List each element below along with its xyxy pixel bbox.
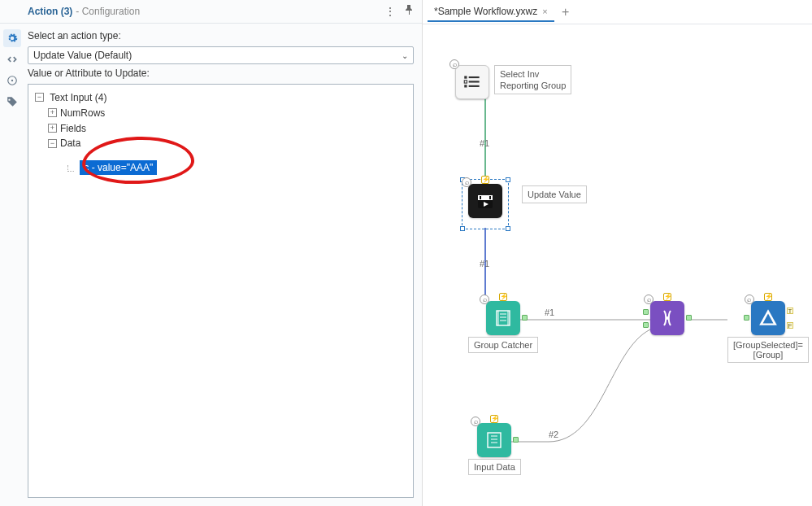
config-side-tabs <box>0 24 24 111</box>
join-tool-icon: ⌕ ⚡ <box>650 301 684 335</box>
tree-expander[interactable] <box>35 93 44 102</box>
panel-subtitle: - Configuration <box>76 6 140 17</box>
panel-header: Action (3) - Configuration ⋮ <box>0 0 422 24</box>
wire-label: #1 <box>545 308 554 317</box>
output-port[interactable] <box>513 437 519 443</box>
textinput-tool-icon: ⌕ ⚡ <box>477 423 511 457</box>
bolt-icon: ⚡ <box>663 293 671 301</box>
input-port-l[interactable] <box>643 309 649 315</box>
node-filter[interactable]: ⌕ ⚡ T F [GroupSelected]= [Group] <box>727 301 809 363</box>
action-tool-icon: ⌕ ⚡ <box>468 184 502 218</box>
configuration-panel: Action (3) - Configuration ⋮ <box>0 0 423 506</box>
magnifier-icon: ⌕ <box>480 294 489 304</box>
add-tab-button[interactable]: + <box>556 2 575 22</box>
action-type-value: Update Value (Default) <box>33 50 132 61</box>
node-group-catcher-label: Group Catcher <box>468 337 538 353</box>
tree-node-data[interactable]: Data <box>60 137 80 149</box>
false-port-badge[interactable]: F <box>787 322 793 329</box>
wire-label: #1 <box>480 259 489 268</box>
svg-rect-6 <box>464 76 467 78</box>
action-type-select[interactable]: Update Value (Default) ⌄ <box>28 46 414 64</box>
tag-icon[interactable] <box>3 93 21 111</box>
output-port[interactable] <box>686 315 692 321</box>
magnifier-icon: ⌕ <box>745 294 754 304</box>
node-input-data[interactable]: ⌕ ⚡ Input Data <box>468 423 521 475</box>
workflow-panel: *Sample Workflow.yxwz × + ⌕ <box>423 0 812 506</box>
bolt-icon: ⚡ <box>490 415 498 423</box>
workflow-canvas[interactable]: ⌕ Select Inv Reporting Group #1 <box>423 24 812 506</box>
pin-icon[interactable] <box>404 5 414 18</box>
listbox-tool-icon: ⌕ <box>455 65 489 99</box>
target-icon[interactable] <box>3 72 21 89</box>
svg-rect-7 <box>464 81 467 83</box>
magnifier-icon: ⌕ <box>471 417 480 426</box>
magnifier-icon: ⌕ <box>449 59 459 69</box>
svg-point-18 <box>666 316 669 320</box>
node-join[interactable]: ⌕ ⚡ <box>650 301 684 335</box>
filter-tool-icon: ⌕ ⚡ T F <box>751 301 785 335</box>
tree-expander[interactable] <box>48 124 57 133</box>
node-group-catcher[interactable]: ⌕ ⚡ Group Catcher <box>468 301 538 353</box>
attribute-tree[interactable]: Text Input (4) NumRows Fields Data c - v… <box>28 84 414 498</box>
tab-bar: *Sample Workflow.yxwz × + <box>423 0 812 24</box>
svg-rect-14 <box>480 196 481 199</box>
magnifier-icon: ⌕ <box>644 294 654 304</box>
node-input-data-label: Input Data <box>468 459 521 475</box>
chevron-down-icon: ⌄ <box>402 51 408 60</box>
tree-expander[interactable] <box>48 139 57 148</box>
bolt-icon: ⚡ <box>499 293 507 301</box>
output-port[interactable] <box>522 315 528 321</box>
svg-point-1 <box>11 80 13 81</box>
tree-node-fields[interactable]: Fields <box>60 122 86 133</box>
magnifier-icon: ⌕ <box>462 177 471 187</box>
tree-expander[interactable] <box>48 108 57 117</box>
panel-menu-icon[interactable]: ⋮ <box>384 5 396 18</box>
wire-label: #2 <box>549 430 558 439</box>
textinput-tool-icon: ⌕ ⚡ <box>486 301 520 335</box>
input-port-r[interactable] <box>643 322 649 328</box>
input-port[interactable] <box>744 315 749 321</box>
true-port-badge[interactable]: T <box>787 308 793 314</box>
tab-workflow[interactable]: *Sample Workflow.yxwz × <box>428 2 554 22</box>
tree-node-root[interactable]: Text Input (4) <box>50 92 106 103</box>
node-listbox-label: Select Inv Reporting Group <box>494 65 571 94</box>
bolt-icon: ⚡ <box>481 176 489 184</box>
node-listbox[interactable]: ⌕ Select Inv Reporting Group <box>455 65 571 99</box>
tab-label: *Sample Workflow.yxwz <box>434 6 537 17</box>
gear-icon[interactable] <box>3 29 21 47</box>
tree-node-selected[interactable]: c - value="AAA" <box>80 160 157 175</box>
code-icon[interactable] <box>3 50 21 68</box>
panel-title: Action (3) <box>28 6 72 17</box>
wire-label: #1 <box>480 138 489 148</box>
tree-node-numrows[interactable]: NumRows <box>60 107 105 119</box>
node-filter-label: [GroupSelected]= [Group] <box>727 337 809 363</box>
tree-connector-icon <box>67 165 74 172</box>
tree-section-label: Value or Attribute to Update: <box>28 68 414 79</box>
svg-rect-15 <box>489 196 491 199</box>
node-action-label: Update Value <box>522 185 587 203</box>
svg-rect-8 <box>464 85 467 87</box>
bolt-icon: ⚡ <box>764 293 772 301</box>
node-action[interactable]: ⌕ ⚡ Update Value <box>455 177 587 218</box>
action-type-label: Select an action type: <box>28 30 414 41</box>
close-icon[interactable]: × <box>542 7 547 16</box>
